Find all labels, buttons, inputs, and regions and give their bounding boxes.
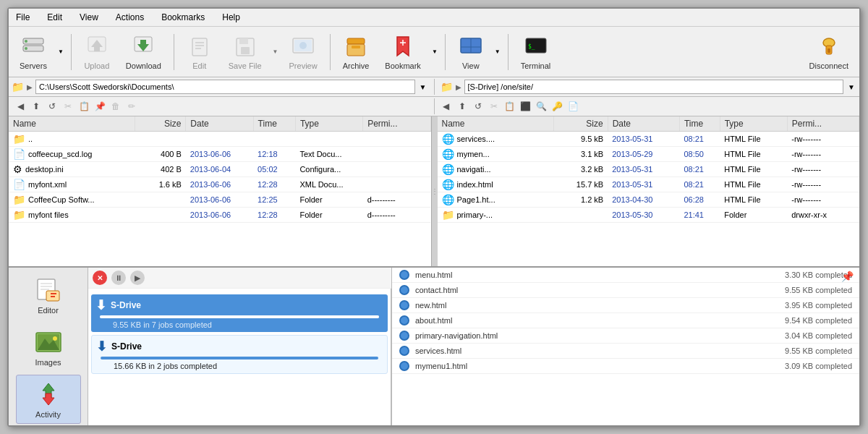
table-row[interactable]: 📁 .. xyxy=(9,132,430,147)
left-col-name[interactable]: Name xyxy=(9,116,135,132)
right-ft-cut[interactable]: ✂ xyxy=(487,99,501,114)
bottom-panel: Editor Images Activity ✕ ⏸ ▶ xyxy=(9,266,859,425)
file-date: 2013-06-06 xyxy=(186,147,253,162)
file-time: 12:28 xyxy=(253,208,295,223)
servers-button[interactable]: Servers xyxy=(13,30,54,74)
right-ft-back[interactable]: ◀ xyxy=(439,99,454,114)
left-col-type[interactable]: Type xyxy=(295,116,362,132)
file-size: 3.1 kB xyxy=(554,147,608,162)
table-row[interactable]: 📁 CoffeeCup Softw... 2013-06-06 12:25 Fo… xyxy=(9,192,430,208)
table-row[interactable]: 🌐 navigati... 3.2 kB 2013-05-31 08:21 HT… xyxy=(438,162,859,177)
right-ft-copy[interactable]: 📋 xyxy=(503,99,517,114)
menu-edit[interactable]: Edit xyxy=(44,11,65,24)
play-button[interactable]: ▶ xyxy=(130,271,145,285)
right-ft-forward[interactable]: ⬆ xyxy=(455,99,469,114)
left-ft-forward[interactable]: ⬆ xyxy=(29,99,43,114)
transfer-item-2[interactable]: ⬇ S-Drive 15.66 KB in 2 jobs completed xyxy=(91,335,388,374)
table-row[interactable]: 🌐 Page1.ht... 1.2 kB 2013-04-30 06:28 HT… xyxy=(438,192,859,208)
file-icon: 📁 xyxy=(13,209,25,221)
right-col-date[interactable]: Date xyxy=(608,116,679,132)
list-item[interactable]: mymenu1.html 3.09 KB completed xyxy=(392,359,859,374)
table-row[interactable]: ⚙ desktop.ini 402 B 2013-06-04 05:02 Con… xyxy=(9,162,430,177)
file-icon: 🌐 xyxy=(442,133,454,145)
left-ft-back[interactable]: ◀ xyxy=(13,99,27,114)
file-name-cell: 📁 .. xyxy=(9,132,135,147)
menu-help[interactable]: Help xyxy=(219,11,243,24)
left-ft-copy[interactable]: 📋 xyxy=(77,99,91,114)
nav-activity[interactable]: Activity xyxy=(16,375,81,424)
transfer-item-1[interactable]: ⬇ S-Drive 9.55 KB in 7 jobs completed xyxy=(91,294,388,332)
file-size: 9.5 kB xyxy=(554,132,608,147)
right-col-name[interactable]: Name xyxy=(438,116,554,132)
upload-button[interactable]: Upload xyxy=(77,30,116,74)
nav-images[interactable]: Images xyxy=(16,323,81,372)
table-row[interactable]: 📁 primary-... 2013-05-30 21:41 Folder dr… xyxy=(438,208,859,223)
savefile-button[interactable]: Save File xyxy=(222,30,268,74)
left-path-dropdown[interactable]: ▼ xyxy=(418,82,428,93)
completed-dot xyxy=(399,361,409,371)
right-ft-info[interactable]: 📄 xyxy=(566,99,581,114)
stop-button[interactable]: ✕ xyxy=(93,271,107,285)
left-path-input[interactable] xyxy=(35,80,415,94)
right-ft-key[interactable]: 🔑 xyxy=(550,99,565,114)
right-ft-refresh[interactable]: ↺ xyxy=(471,99,485,114)
right-col-permi[interactable]: Permi... xyxy=(787,116,859,132)
savefile-arrow[interactable]: ▼ xyxy=(271,48,280,55)
table-row[interactable]: 🌐 mymen... 3.1 kB 2013-05-29 08:50 HTML … xyxy=(438,147,859,162)
menu-file[interactable]: File xyxy=(13,11,33,24)
svg-rect-18 xyxy=(347,38,365,44)
file-name: primary-... xyxy=(457,210,493,219)
left-col-permi[interactable]: Permi... xyxy=(363,116,430,132)
view-arrow[interactable]: ▼ xyxy=(493,48,502,55)
left-file-list[interactable]: Name Size Date Time Type Permi... 📁 .. xyxy=(9,116,431,266)
servers-arrow[interactable]: ▼ xyxy=(56,48,65,55)
left-ft-delete[interactable]: 🗑 xyxy=(109,99,123,114)
bookmark-button[interactable]: Bookmark xyxy=(378,30,427,74)
edit-button[interactable]: Edit xyxy=(180,30,219,74)
menu-bookmarks[interactable]: Bookmarks xyxy=(158,11,208,24)
pane-divider[interactable]: ⋮ xyxy=(432,116,438,266)
download-button[interactable]: Download xyxy=(119,30,168,74)
file-name: myfont.xml xyxy=(28,180,67,189)
table-row[interactable]: 📁 myfont files 2013-06-06 12:28 Folder d… xyxy=(9,208,430,223)
table-row[interactable]: 📄 coffeecup_scd.log 400 B 2013-06-06 12:… xyxy=(9,147,430,162)
right-col-type[interactable]: Type xyxy=(720,116,787,132)
left-ft-rename[interactable]: ✏ xyxy=(124,99,139,114)
list-item[interactable]: new.html 3.95 KB completed xyxy=(392,298,859,313)
archive-button[interactable]: Archive xyxy=(336,30,376,74)
right-ft-stop[interactable]: ⬛ xyxy=(519,99,533,114)
left-ft-cut[interactable]: ✂ xyxy=(61,99,75,114)
terminal-button[interactable]: $_ Terminal xyxy=(514,30,558,74)
file-name: myfont files xyxy=(28,210,69,219)
menu-actions[interactable]: Actions xyxy=(113,11,147,24)
nav-editor[interactable]: Editor xyxy=(16,271,81,320)
disconnect-button[interactable]: Disconnect xyxy=(803,30,855,74)
preview-button[interactable]: Preview xyxy=(283,30,324,74)
menu-view[interactable]: View xyxy=(77,11,101,24)
table-row[interactable]: 🌐 index.html 15.7 kB 2013-05-31 08:21 HT… xyxy=(438,177,859,192)
left-ft-refresh[interactable]: ↺ xyxy=(45,99,59,114)
right-file-list[interactable]: Name Size Date Time Type Permi... 🌐 serv… xyxy=(438,116,860,266)
left-col-size[interactable]: Size xyxy=(135,116,186,132)
left-col-time[interactable]: Time xyxy=(253,116,295,132)
right-path-dropdown[interactable]: ▼ xyxy=(846,82,856,93)
list-item[interactable]: about.html 9.54 KB completed xyxy=(392,313,859,328)
left-col-date[interactable]: Date xyxy=(186,116,253,132)
right-col-size[interactable]: Size xyxy=(554,116,608,132)
table-row[interactable]: 📄 myfont.xml 1.6 kB 2013-06-06 12:28 XML… xyxy=(9,177,430,192)
left-ft-paste[interactable]: 📌 xyxy=(93,99,107,114)
svg-point-42 xyxy=(53,336,57,341)
list-item[interactable]: contact.html 9.55 KB completed xyxy=(392,283,859,298)
pin-button[interactable]: 📌 xyxy=(841,271,854,282)
view-button[interactable]: View xyxy=(451,30,490,74)
right-ft-search[interactable]: 🔍 xyxy=(535,99,549,114)
table-row[interactable]: 🌐 services.... 9.5 kB 2013-05-31 08:21 H… xyxy=(438,132,859,147)
list-item[interactable]: menu.html 3.30 KB completed xyxy=(392,268,859,283)
list-item[interactable]: primary-navigation.html 3.04 KB complete… xyxy=(392,328,859,344)
pause-button[interactable]: ⏸ xyxy=(111,271,126,285)
right-col-time[interactable]: Time xyxy=(679,116,720,132)
right-path-input[interactable] xyxy=(464,80,844,94)
svg-point-2 xyxy=(25,40,27,43)
bookmark-arrow[interactable]: ▼ xyxy=(430,48,439,55)
list-item[interactable]: services.html 9.55 KB completed xyxy=(392,344,859,359)
